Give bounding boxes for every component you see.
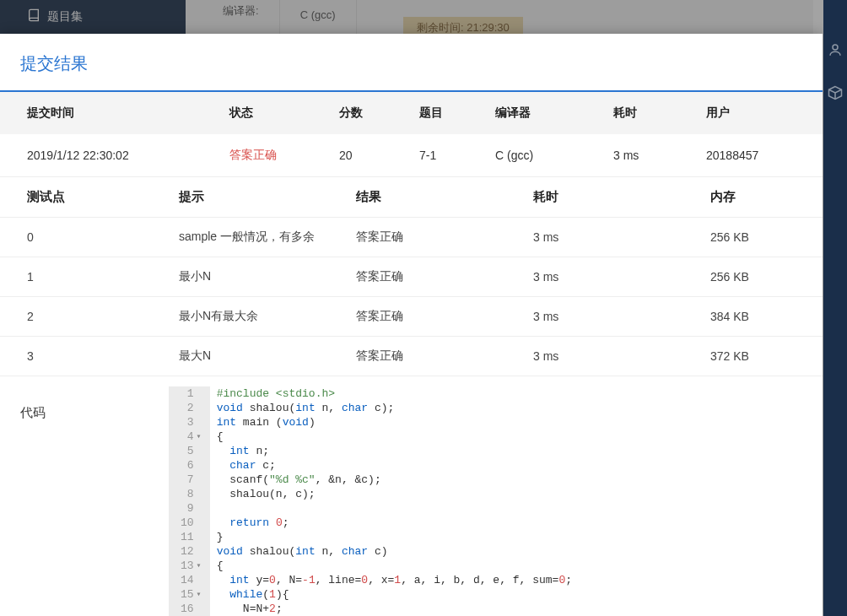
code-body: #include <stdio.h>void shalou(int n, cha… xyxy=(210,386,572,616)
cell-result: 答案正确 xyxy=(346,257,523,297)
col-elapsed: 耗时 xyxy=(603,92,696,134)
sidebar-item-problems[interactable]: 题目集 xyxy=(27,8,83,24)
cell-time: 2019/1/12 22:30:02 xyxy=(0,134,219,177)
user-icon[interactable] xyxy=(828,42,843,60)
col-mem: 内存 xyxy=(700,177,823,218)
test-cases-table: 测试点 提示 结果 耗时 内存 0sample 一般情况，有多余答案正确3 ms… xyxy=(0,177,823,376)
table-header-row: 提交时间 状态 分数 题目 编译器 耗时 用户 xyxy=(0,92,823,134)
table-row[interactable]: 2最小N有最大余答案正确3 ms384 KB xyxy=(0,297,823,337)
code-section: 代码 1▾2▾3▾4▾5▾6▾7▾8▾9▾10▾11▾12▾13▾14▾15▾1… xyxy=(0,386,823,616)
cell-idx: 1 xyxy=(0,257,169,297)
cell-compiler: C (gcc) xyxy=(485,134,603,177)
cell-problem: 7-1 xyxy=(409,134,485,177)
book-icon xyxy=(27,8,40,24)
cell-idx: 2 xyxy=(0,297,169,337)
table-row[interactable]: 1最小N答案正确3 ms256 KB xyxy=(0,257,823,297)
table-header-row: 测试点 提示 结果 耗时 内存 xyxy=(0,177,823,218)
svg-point-0 xyxy=(833,45,838,50)
cell-hint: 最小N xyxy=(169,257,346,297)
col-problem: 题目 xyxy=(409,92,485,134)
col-hint: 提示 xyxy=(169,177,346,218)
cube-icon[interactable] xyxy=(828,85,843,103)
cell-elapsed: 3 ms xyxy=(523,218,700,257)
cell-idx: 0 xyxy=(0,218,169,257)
submission-table: 提交时间 状态 分数 题目 编译器 耗时 用户 2019/1/12 22:30:… xyxy=(0,92,823,177)
col-score: 分数 xyxy=(329,92,409,134)
cell-result: 答案正确 xyxy=(346,337,523,376)
cell-elapsed: 3 ms xyxy=(523,297,700,337)
sidebar-item-label: 题目集 xyxy=(47,9,83,24)
col-elapsed: 耗时 xyxy=(523,177,700,218)
code-gutter: 1▾2▾3▾4▾5▾6▾7▾8▾9▾10▾11▾12▾13▾14▾15▾16▾1… xyxy=(169,386,210,616)
table-row[interactable]: 0sample 一般情况，有多余答案正确3 ms256 KB xyxy=(0,218,823,257)
col-status: 状态 xyxy=(219,92,329,134)
col-result: 结果 xyxy=(346,177,523,218)
col-idx: 测试点 xyxy=(0,177,169,218)
cell-elapsed: 3 ms xyxy=(523,337,700,376)
cell-elapsed: 3 ms xyxy=(523,257,700,297)
col-user: 用户 xyxy=(696,92,823,134)
col-compiler: 编译器 xyxy=(485,92,603,134)
table-row[interactable]: 2019/1/12 22:30:02 答案正确 20 7-1 C (gcc) 3… xyxy=(0,134,823,177)
table-row[interactable]: 3最大N答案正确3 ms372 KB xyxy=(0,337,823,376)
cell-mem: 384 KB xyxy=(700,297,823,337)
code-label: 代码 xyxy=(0,386,169,421)
cell-status: 答案正确 xyxy=(219,134,329,177)
compiler-label: 编译器: xyxy=(223,3,259,19)
cell-result: 答案正确 xyxy=(346,218,523,257)
cell-score: 20 xyxy=(329,134,409,177)
cell-user: 20188457 xyxy=(696,134,823,177)
compiler-value: C (gcc) xyxy=(280,0,357,34)
code-editor[interactable]: 1▾2▾3▾4▾5▾6▾7▾8▾9▾10▾11▾12▾13▾14▾15▾16▾1… xyxy=(169,386,814,616)
cell-mem: 256 KB xyxy=(700,218,823,257)
cell-hint: sample 一般情况，有多余 xyxy=(169,218,346,257)
right-rail xyxy=(823,0,847,616)
cell-elapsed: 3 ms xyxy=(603,134,696,177)
cell-hint: 最小N有最大余 xyxy=(169,297,346,337)
cell-idx: 3 xyxy=(0,337,169,376)
cell-mem: 372 KB xyxy=(700,337,823,376)
cell-result: 答案正确 xyxy=(346,297,523,337)
modal-title: 提交结果 xyxy=(0,34,823,90)
cell-hint: 最大N xyxy=(169,337,346,376)
submission-result-modal: 提交结果 提交时间 状态 分数 题目 编译器 耗时 用户 2019/1/12 2… xyxy=(0,34,823,616)
cell-mem: 256 KB xyxy=(700,257,823,297)
col-time: 提交时间 xyxy=(0,92,219,134)
